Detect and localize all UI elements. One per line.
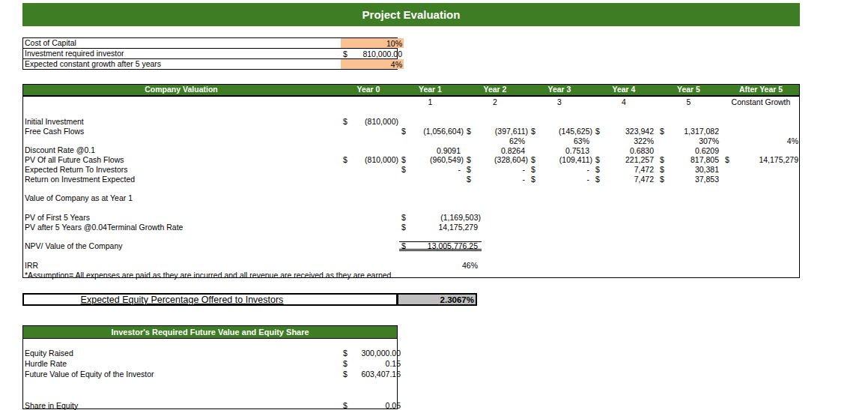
cell-year4[interactable]: $323,942 <box>593 127 658 136</box>
cell-value: 4% <box>391 60 402 69</box>
cell-year1[interactable]: 46% <box>399 261 482 271</box>
cell-year4 <box>593 251 658 261</box>
cell-year5[interactable]: 0.6209 <box>658 145 723 155</box>
cell-year0[interactable]: $(810,000) <box>341 155 399 165</box>
cell-year4[interactable]: $7,472 <box>593 165 658 175</box>
cell-year0 <box>341 127 399 136</box>
cell-year2[interactable]: $- <box>464 165 529 175</box>
cell-year5[interactable]: $817,805 <box>658 155 723 165</box>
cell-year4 <box>593 184 658 193</box>
cell-year5[interactable]: $1,317,082 <box>658 127 723 136</box>
row-label: NPV/ Value of the Company <box>23 241 341 251</box>
cell-year0 <box>341 241 399 251</box>
cell-year1[interactable]: $14,175,279 <box>399 223 482 232</box>
col-header-year4: Year 4 <box>592 85 656 95</box>
cell-value: - <box>587 175 593 184</box>
cell-year1[interactable]: $(1,056,604) <box>399 127 464 136</box>
cell-value: 7,472 <box>634 175 657 184</box>
cell-after[interactable]: 4% <box>723 136 802 145</box>
equity-offer-bar: Expected Equity Percentage Offered to In… <box>22 293 398 306</box>
future-value-cell[interactable]: $ 603,407.16 <box>341 370 403 379</box>
cell-value: 10% <box>386 39 402 48</box>
cell-year2[interactable]: $- <box>464 175 529 184</box>
row-label: PV of First 5 Years <box>23 213 341 223</box>
cell-after <box>723 251 802 261</box>
cell-year3[interactable]: $(109,411) <box>529 155 593 165</box>
cell-value: (397,611) <box>495 127 528 136</box>
cell-year3[interactable]: 0.7513 <box>529 145 593 155</box>
cell-value: (1,169,503) <box>440 213 481 222</box>
cell-year2[interactable]: $(397,611) <box>464 127 529 136</box>
equity-offer-value-cell[interactable]: 2.3067% <box>397 293 477 306</box>
cell-year5[interactable]: $30,381 <box>658 165 723 175</box>
cell-year5[interactable]: $37,853 <box>658 175 723 184</box>
row-label: Share in Equity <box>23 401 341 410</box>
currency-symbol: $ <box>401 165 406 174</box>
cell-year3[interactable]: $- <box>529 165 593 175</box>
sub-header: 4 <box>592 97 656 107</box>
cell-value: 62% <box>509 136 528 145</box>
currency-symbol: $ <box>531 155 535 164</box>
hurdle-rate-cell[interactable]: $ 0.15 <box>341 359 403 368</box>
cell-year1 <box>399 193 464 203</box>
table-row: PV Of all Future Cash Flows$(810,000)$(9… <box>23 155 799 165</box>
cell-year2[interactable]: $(328,604) <box>464 155 529 165</box>
equity-offer-label: Expected Equity Percentage Offered to In… <box>24 295 340 305</box>
cell-year1[interactable]: $13,005,776.25 <box>399 241 482 251</box>
share-in-equity-cell[interactable]: $ 0.05 <box>341 401 403 410</box>
cell-year4[interactable]: $7,472 <box>593 175 658 184</box>
cell-value: (109,411) <box>559 155 592 164</box>
cell-after[interactable]: $14,175,279 <box>723 155 802 165</box>
table-row: Return on Investment Expected$-$-$7,472$… <box>23 175 799 184</box>
cell-year4[interactable]: $221,257 <box>593 155 658 165</box>
investment-required-cell[interactable]: $ 810,000.00 <box>341 49 404 58</box>
cell-after <box>723 184 802 193</box>
table-row <box>23 203 799 213</box>
currency-symbol: $ <box>467 165 471 174</box>
cell-after <box>723 165 802 175</box>
cell-after <box>723 117 802 127</box>
table-row: Share in Equity $ 0.05 <box>23 400 397 410</box>
cell-year2[interactable]: 0.8264 <box>464 145 529 155</box>
currency-symbol: $ <box>725 155 729 164</box>
cell-year5[interactable]: 307% <box>658 136 723 145</box>
cell-after <box>723 107 802 117</box>
cell-year4[interactable]: 322% <box>593 136 658 145</box>
cell-value: 37,853 <box>695 175 722 184</box>
table-row: Initial Investment$(810,000) <box>23 117 799 127</box>
cell-year1[interactable]: $(1,169,503) <box>399 213 482 223</box>
row-label: Cost of Capital <box>23 38 341 48</box>
cell-year1[interactable]: $(960,549) <box>399 155 464 165</box>
cost-of-capital-cell[interactable]: 10% <box>341 38 404 48</box>
valuation-subheader-row: 1 2 3 4 5 Constant Growth <box>23 97 799 107</box>
cell-year3[interactable]: $- <box>529 175 593 184</box>
cell-year3[interactable]: $(145,625) <box>529 127 593 136</box>
equity-raised-cell[interactable]: $ 300,000.00 <box>341 349 403 358</box>
cell-year1[interactable]: $- <box>399 165 464 175</box>
currency-symbol: $ <box>401 213 406 222</box>
currency-symbol: $ <box>531 165 535 174</box>
growth-rate-cell[interactable]: 4% <box>341 59 404 69</box>
investor-header-row: Investor's Required Future Value and Equ… <box>23 326 397 339</box>
cell-value: 817,805 <box>691 155 722 164</box>
cell-year2 <box>464 184 529 193</box>
cell-year3[interactable]: 63% <box>529 136 593 145</box>
sub-header: 1 <box>398 97 463 107</box>
cell-year0[interactable]: $(810,000) <box>341 117 399 127</box>
cell-year4[interactable]: 0.6830 <box>593 145 658 155</box>
currency-symbol: $ <box>343 155 347 164</box>
cell-value: (960,549) <box>430 155 464 164</box>
cell-year2 <box>464 107 529 117</box>
cell-after <box>723 127 802 136</box>
cell-year0 <box>341 184 399 193</box>
cell-year1[interactable]: 0.9091 <box>399 145 464 155</box>
cell-year2 <box>464 251 529 261</box>
currency-symbol: $ <box>343 117 347 126</box>
cell-year2[interactable]: 62% <box>464 136 529 145</box>
cell-after <box>723 203 802 213</box>
table-row <box>23 107 799 117</box>
spreadsheet-view: Project Evaluation Cost of Capital 10% I… <box>0 0 868 410</box>
cell-after <box>723 145 802 155</box>
currency-symbol: $ <box>401 127 406 136</box>
col-header-year2: Year 2 <box>463 85 527 95</box>
